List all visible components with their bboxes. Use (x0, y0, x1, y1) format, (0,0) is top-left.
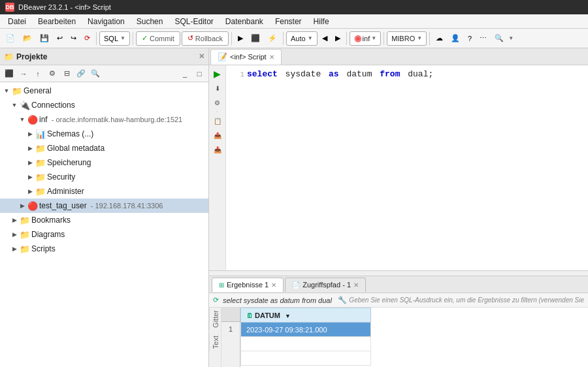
gutter-btn-5[interactable]: 📤 (212, 129, 223, 141)
sep6 (384, 32, 384, 45)
menu-hilfe[interactable]: Hilfe (308, 16, 335, 27)
cell-datum-1[interactable]: 2023-09-27 09:38:21.000 (241, 323, 371, 337)
tree-minimize-button[interactable]: _ (178, 67, 191, 80)
sep1 (96, 32, 97, 45)
tree-forward-button[interactable]: → (17, 67, 30, 80)
redo-button[interactable]: ↪ (67, 31, 80, 46)
auto-dropdown[interactable]: Auto ▼ (286, 31, 318, 46)
sql-preview-icon: ⟳ (213, 296, 219, 304)
gutter-btn-2[interactable]: ⬇ (212, 82, 223, 94)
bookmarks-folder-icon: 📁 (20, 215, 30, 225)
row-num-1: 1 (221, 322, 240, 336)
sql-label: SQL (104, 35, 118, 42)
tree-item-speicherung[interactable]: ▶ 📁 Speicherung (0, 155, 208, 170)
editor-tab-script[interactable]: 📝 <inf> Script ✕ (210, 49, 282, 65)
code-editor[interactable]: 1 select sysdate as datum from dual; (226, 65, 588, 270)
schemas-label: Schemas (...) (47, 129, 93, 138)
tree-item-general[interactable]: ▼ 📁 General (0, 84, 208, 98)
test-db-icon: 🔴 (27, 201, 38, 211)
menu-fenster[interactable]: Fenster (270, 16, 307, 27)
tree-item-security[interactable]: ▶ 📁 Security (0, 170, 208, 184)
auto-right-button[interactable]: ▶ (332, 31, 344, 46)
tree-item-global-metadata[interactable]: ▶ 📁 Global metadata (0, 141, 208, 155)
datum-sort-icon: ▼ (285, 313, 291, 319)
menu-datenbank[interactable]: Datenbank (220, 16, 269, 27)
menu-bearbeiten[interactable]: Bearbeiten (33, 16, 81, 27)
tree-up-button[interactable]: ↑ (31, 67, 44, 80)
menu-datei[interactable]: Datei (3, 16, 31, 27)
tree-back-button[interactable]: ⬛ (3, 67, 16, 80)
person-button[interactable]: 👤 (448, 31, 463, 46)
schema-label: MIBRO (391, 35, 415, 42)
tree-item-diagrams[interactable]: ▶ 📁 Diagrams (0, 227, 208, 242)
cloud-button[interactable]: ☁ (433, 31, 446, 46)
rollback-button[interactable]: ↺ Rollback (182, 31, 229, 46)
question-button[interactable]: ? (465, 31, 475, 46)
tree-item-test-tag-user[interactable]: ▶ 🔴 test_tag_user - 192.168.178.41:3306 (0, 199, 208, 213)
auto-chevron: ▼ (308, 35, 313, 41)
project-close-button[interactable]: ✕ (199, 52, 204, 61)
tree-item-administer[interactable]: ▶ 📁 Administer (0, 184, 208, 199)
right-panel: 📝 <inf> Script ✕ ▶ ⬇ ⚙ 📋 📤 📥 1 sel (209, 48, 588, 367)
filter-placeholder: Geben Sie einen SQL-Ausdruck ein, um die… (349, 296, 584, 304)
tree-item-schemas[interactable]: ▶ 📊 Schemas (...) (0, 127, 208, 141)
execute-button[interactable]: ▶ (212, 68, 223, 80)
col-header-datum[interactable]: 🗓 DATUM ▼ (241, 308, 371, 323)
gutter-btn-6[interactable]: 📥 (212, 144, 223, 155)
inf-label: inf (39, 115, 48, 124)
ergebnisse-icon: ⊞ (219, 281, 224, 289)
menu-suchen[interactable]: Suchen (131, 16, 169, 27)
diagrams-expand: ▶ (10, 231, 18, 238)
tree-item-scripts[interactable]: ▶ 📁 Scripts (0, 242, 208, 256)
result-tab-zugriffspfad[interactable]: 📄 Zugriffspfad - 1 ✕ (285, 278, 366, 292)
sql-button[interactable]: SQL ▼ (99, 31, 130, 46)
connection-selector[interactable]: ◉ inf ▼ (350, 31, 382, 46)
zugriff-tab-close[interactable]: ✕ (353, 281, 359, 289)
security-label: Security (47, 172, 75, 182)
toolbar: 📄 📂 💾 ↩ ↪ ⟳ SQL ▼ ✓ Commit ↺ Rollback ▶ … (0, 29, 588, 48)
tree-search-button[interactable]: 🔍 (89, 67, 102, 80)
inf-sublabel: - oracle.informatik.haw-hamburg.de:1521 (52, 116, 183, 123)
search-top-button[interactable]: 🔍 (491, 31, 507, 46)
new-file-button[interactable]: 📄 (3, 31, 18, 46)
more-button[interactable]: ⋯ (476, 31, 490, 46)
gutter-btn-4[interactable]: 📋 (212, 115, 223, 127)
menu-navigation[interactable]: Navigation (82, 16, 130, 27)
test-expand: ▶ (18, 202, 26, 209)
test-label: test_tag_user (39, 201, 87, 210)
save-button[interactable]: 💾 (37, 31, 52, 46)
tree-maximize-button[interactable]: □ (193, 67, 206, 80)
rollback-icon: ↺ (188, 34, 193, 42)
sep4 (283, 32, 284, 45)
script-tab-label: <inf> Script (230, 53, 267, 61)
tree-item-bookmarks[interactable]: ▶ 📁 Bookmarks (0, 213, 208, 227)
tree-link-button[interactable]: 🔗 (74, 67, 88, 80)
ergebnisse-tab-close[interactable]: ✕ (271, 281, 276, 289)
result-tab-bar: ⊞ Ergebnisse 1 ✕ 📄 Zugriffspfad - 1 ✕ (209, 276, 588, 293)
tree-collapse-button[interactable]: ⊟ (60, 67, 73, 80)
stop-button[interactable]: ⬛ (248, 31, 263, 46)
tree-item-inf[interactable]: ▼ 🔴 inf - oracle.informatik.haw-hamburg.… (0, 112, 208, 127)
result-tab-ergebnisse[interactable]: ⊞ Ergebnisse 1 ✕ (212, 278, 284, 292)
exec-button[interactable]: ▶ (235, 31, 246, 46)
editor-hscroll[interactable] (209, 270, 588, 276)
open-button[interactable]: 📂 (20, 31, 35, 46)
menu-sql-editor[interactable]: SQL-Editor (169, 16, 218, 27)
format-button[interactable]: ⚡ (265, 31, 280, 46)
refresh-button[interactable]: ⟳ (81, 31, 93, 46)
speicherung-folder-icon: 📁 (35, 158, 46, 168)
auto-left-button[interactable]: ◀ (319, 31, 331, 46)
undo-button[interactable]: ↩ (54, 31, 66, 46)
gutter-btn-3[interactable]: ⚙ (212, 97, 223, 108)
administer-expand: ▶ (26, 188, 34, 195)
script-tab-close[interactable]: ✕ (269, 54, 274, 61)
schema-selector[interactable]: MIBRO ▼ (387, 31, 427, 46)
title-bar: DB DBeaver 23.2.1 - <inf> Script (0, 0, 588, 14)
connections-icon: 🔌 (20, 101, 30, 110)
tree-item-connections[interactable]: ▼ 🔌 Connections (0, 98, 208, 112)
tree-settings-button[interactable]: ⚙ (46, 67, 59, 80)
connections-label: Connections (31, 101, 75, 110)
commit-button[interactable]: ✓ Commit (136, 31, 180, 46)
administer-folder-icon: 📁 (35, 187, 46, 197)
row-num-3 (221, 351, 240, 365)
